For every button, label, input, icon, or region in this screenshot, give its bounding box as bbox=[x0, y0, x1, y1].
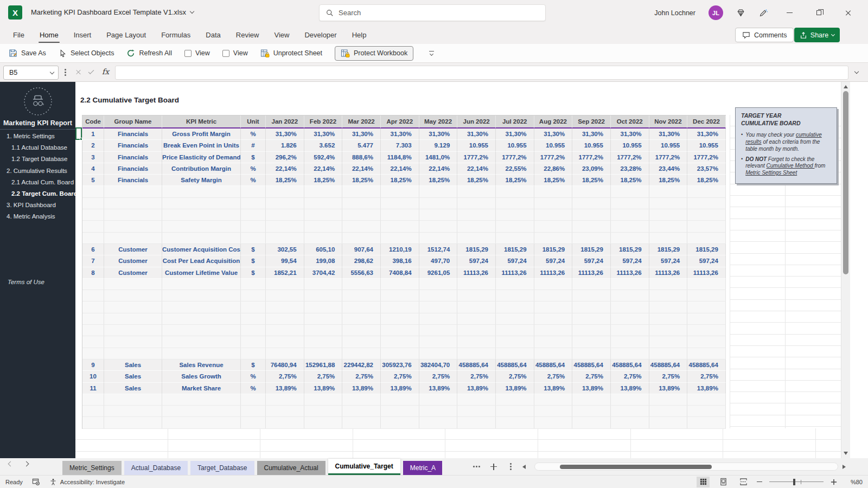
cell-unit[interactable]: $ bbox=[241, 267, 266, 279]
cell-group[interactable]: Sales bbox=[104, 359, 162, 371]
cell-group[interactable]: Sales bbox=[104, 371, 162, 382]
sidebar-item-2-1-actual-cum-board[interactable]: 2.1 Actual Cum. Board bbox=[0, 177, 75, 188]
empty-cell[interactable] bbox=[611, 290, 649, 301]
page-layout-view-button[interactable] bbox=[717, 477, 730, 487]
cell-value[interactable]: 18,25% bbox=[419, 175, 458, 186]
empty-cell[interactable] bbox=[649, 221, 688, 232]
cell-value[interactable]: 31,30% bbox=[611, 129, 649, 140]
accessibility-status[interactable]: Accessibility: Investigate bbox=[49, 478, 125, 486]
cell-value[interactable]: 1777,2% bbox=[534, 152, 573, 163]
cell-value[interactable]: 497,70 bbox=[419, 255, 458, 267]
empty-cell[interactable] bbox=[162, 186, 241, 197]
empty-cell[interactable] bbox=[82, 394, 104, 406]
search-input[interactable] bbox=[339, 9, 523, 17]
user-name[interactable]: John Lochner bbox=[654, 9, 695, 17]
empty-cell[interactable] bbox=[611, 198, 649, 209]
insert-function-icon[interactable]: fx bbox=[102, 67, 109, 76]
cell-unit[interactable]: % bbox=[241, 371, 266, 382]
empty-cell[interactable] bbox=[534, 233, 573, 244]
cell-code[interactable]: 6 bbox=[82, 244, 104, 255]
empty-cell[interactable] bbox=[419, 325, 458, 336]
cell-value[interactable]: 11113,26 bbox=[649, 267, 688, 279]
cell-metric[interactable]: Break Even Point in Units bbox=[162, 140, 241, 151]
cell-code[interactable]: 5 bbox=[82, 175, 104, 186]
empty-cell[interactable] bbox=[104, 233, 162, 244]
empty-cell[interactable] bbox=[687, 198, 726, 209]
empty-cell[interactable] bbox=[687, 301, 726, 313]
empty-cell[interactable] bbox=[611, 417, 649, 428]
cell-value[interactable]: 9.129 bbox=[419, 140, 458, 151]
empty-cell[interactable] bbox=[496, 348, 534, 359]
empty-cell[interactable] bbox=[304, 209, 343, 221]
cell-metric[interactable]: Market Share bbox=[162, 383, 241, 394]
cell-value[interactable]: 2,75% bbox=[457, 371, 496, 382]
cell-value[interactable]: 1777,2% bbox=[572, 152, 611, 163]
empty-cell[interactable] bbox=[304, 301, 343, 313]
hscroll-right-icon[interactable] bbox=[843, 458, 846, 475]
empty-cell[interactable] bbox=[104, 325, 162, 336]
empty-cell[interactable] bbox=[457, 325, 496, 336]
empty-cell[interactable] bbox=[419, 301, 458, 313]
selected-cell-indicator[interactable] bbox=[75, 127, 82, 140]
empty-cell[interactable] bbox=[304, 233, 343, 244]
empty-cell[interactable] bbox=[496, 209, 534, 221]
cell-value[interactable]: 18,25% bbox=[342, 175, 381, 186]
cell-metric[interactable]: Sales Growth bbox=[162, 371, 241, 382]
comments-button[interactable]: Comments bbox=[735, 28, 794, 42]
empty-cell[interactable] bbox=[342, 348, 381, 359]
empty-cell[interactable] bbox=[649, 417, 688, 428]
cell-value[interactable]: 18,25% bbox=[611, 175, 649, 186]
cell-metric[interactable]: Customer Acquisition Cost bbox=[162, 244, 241, 255]
empty-cell[interactable] bbox=[457, 313, 496, 325]
empty-cell[interactable] bbox=[241, 301, 266, 313]
empty-cell[interactable] bbox=[572, 417, 611, 428]
empty-cell[interactable] bbox=[304, 313, 343, 325]
empty-cell[interactable] bbox=[342, 186, 381, 197]
cell-value[interactable]: 11113,26 bbox=[534, 267, 573, 279]
cell-code[interactable]: 11 bbox=[82, 383, 104, 394]
empty-cell[interactable] bbox=[82, 325, 104, 336]
sheet-tab-prev-icon[interactable] bbox=[8, 461, 14, 467]
cell-code[interactable]: 10 bbox=[82, 371, 104, 382]
empty-cell[interactable] bbox=[419, 290, 458, 301]
empty-cell[interactable] bbox=[687, 417, 726, 428]
empty-cell[interactable] bbox=[381, 417, 419, 428]
empty-cell[interactable] bbox=[381, 336, 419, 348]
toolbar-unprotect-sheet-button[interactable]: Unprotect Sheet bbox=[260, 49, 322, 58]
empty-cell[interactable] bbox=[241, 221, 266, 232]
empty-cell[interactable] bbox=[342, 301, 381, 313]
cell-unit[interactable]: % bbox=[241, 175, 266, 186]
cell-code[interactable]: 3 bbox=[82, 152, 104, 163]
cell-value[interactable]: 23,44% bbox=[649, 163, 688, 175]
cell-value[interactable]: 1777,2% bbox=[687, 152, 726, 163]
empty-cell[interactable] bbox=[496, 406, 534, 417]
cell-value[interactable]: 13,89% bbox=[611, 383, 649, 394]
empty-cell[interactable] bbox=[534, 394, 573, 406]
empty-cell[interactable] bbox=[496, 394, 534, 406]
cell-value[interactable]: 22,14% bbox=[304, 163, 343, 175]
empty-cell[interactable] bbox=[82, 417, 104, 428]
empty-cell[interactable] bbox=[381, 290, 419, 301]
ribbon-tab-view[interactable]: View bbox=[266, 25, 297, 44]
scroll-up-icon[interactable] bbox=[841, 82, 850, 91]
cell-value[interactable]: 597,24 bbox=[457, 255, 496, 267]
empty-cell[interactable] bbox=[496, 290, 534, 301]
empty-cell[interactable] bbox=[381, 198, 419, 209]
sheet-tab-metric-a[interactable]: Metric_A bbox=[403, 461, 442, 475]
empty-cell[interactable] bbox=[457, 279, 496, 290]
sheet-tab-cumulative-actual[interactable]: Cumulative_Actual bbox=[257, 461, 326, 475]
cell-unit[interactable]: % bbox=[241, 383, 266, 394]
empty-cell[interactable] bbox=[266, 406, 304, 417]
cell-value[interactable]: 99,54 bbox=[266, 255, 304, 267]
empty-cell[interactable] bbox=[381, 209, 419, 221]
empty-cell[interactable] bbox=[572, 394, 611, 406]
premium-diamond-icon[interactable] bbox=[736, 8, 745, 17]
cell-value[interactable]: 1210,19 bbox=[381, 244, 419, 255]
empty-cell[interactable] bbox=[104, 221, 162, 232]
cell-value[interactable]: 597,24 bbox=[611, 255, 649, 267]
empty-cell[interactable] bbox=[104, 313, 162, 325]
cell-value[interactable]: 13,89% bbox=[687, 383, 726, 394]
normal-view-button[interactable] bbox=[697, 477, 710, 487]
empty-cell[interactable] bbox=[266, 348, 304, 359]
empty-cell[interactable] bbox=[649, 336, 688, 348]
